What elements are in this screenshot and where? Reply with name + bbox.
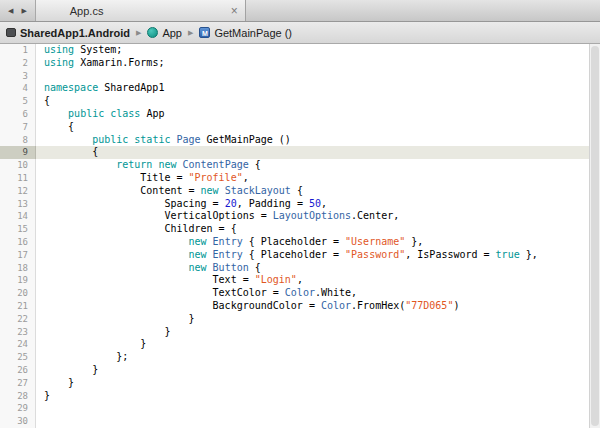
tab-close-icon[interactable]: × bbox=[231, 5, 238, 17]
code-line[interactable]: 26 } bbox=[0, 364, 589, 377]
line-number[interactable]: 26 bbox=[0, 364, 36, 377]
code-line-text: } bbox=[36, 313, 195, 326]
project-icon bbox=[6, 28, 16, 37]
code-line[interactable]: 24 } bbox=[0, 338, 589, 351]
code-line-text bbox=[36, 415, 44, 428]
nav-back-button[interactable]: ◀ bbox=[8, 7, 13, 14]
line-number[interactable]: 28 bbox=[0, 390, 36, 403]
code-line[interactable]: 4namespace SharedApp1 bbox=[0, 82, 589, 95]
code-line[interactable]: 9 { bbox=[0, 146, 589, 159]
line-number[interactable]: 12 bbox=[0, 185, 36, 198]
code-line-text: TextColor = Color.White, bbox=[36, 287, 357, 300]
code-line-text: Content = new StackLayout { bbox=[36, 185, 303, 198]
line-number[interactable]: 6 bbox=[0, 108, 36, 121]
code-line-text: } bbox=[36, 338, 146, 351]
line-number[interactable]: 25 bbox=[0, 351, 36, 364]
code-line[interactable]: 15 Children = { bbox=[0, 223, 589, 236]
code-line-text: Text = "Login", bbox=[36, 274, 303, 287]
tab-bar: ◀ ▶ App.cs × bbox=[0, 0, 600, 22]
code-line[interactable]: 29 bbox=[0, 402, 589, 415]
code-line[interactable]: 19 Text = "Login", bbox=[0, 274, 589, 287]
code-line[interactable]: 11 Title = "Profile", bbox=[0, 172, 589, 185]
line-number[interactable]: 24 bbox=[0, 338, 36, 351]
code-line-text: { bbox=[36, 146, 98, 159]
tab-label: App.cs bbox=[70, 5, 104, 17]
line-number[interactable]: 22 bbox=[0, 313, 36, 326]
line-number[interactable]: 5 bbox=[0, 95, 36, 108]
line-number[interactable]: 30 bbox=[0, 415, 36, 428]
code-line[interactable]: 16 new Entry { Placeholder = "Username" … bbox=[0, 236, 589, 249]
line-number[interactable]: 17 bbox=[0, 249, 36, 262]
line-number[interactable]: 15 bbox=[0, 223, 36, 236]
line-number[interactable]: 19 bbox=[0, 274, 36, 287]
code-line[interactable]: 1using System; bbox=[0, 44, 589, 57]
breadcrumb-item-method[interactable]: M GetMainPage () bbox=[199, 27, 292, 39]
line-number[interactable]: 4 bbox=[0, 82, 36, 95]
code-line-text: }; bbox=[36, 351, 128, 364]
code-line-text: Spacing = 20, Padding = 50, bbox=[36, 198, 327, 211]
code-line[interactable]: 25 }; bbox=[0, 351, 589, 364]
code-line[interactable]: 5{ bbox=[0, 95, 589, 108]
nav-forward-button[interactable]: ▶ bbox=[21, 7, 26, 14]
code-line[interactable]: 30 bbox=[0, 415, 589, 428]
breadcrumb-method-label: GetMainPage () bbox=[214, 27, 292, 39]
line-number[interactable]: 13 bbox=[0, 198, 36, 211]
line-number[interactable]: 7 bbox=[0, 121, 36, 134]
line-number[interactable]: 9 bbox=[0, 146, 36, 159]
code-line[interactable]: 21 BackgroundColor = Color.FromHex("77D0… bbox=[0, 300, 589, 313]
nav-arrows: ◀ ▶ bbox=[0, 0, 36, 21]
code-line-text: { bbox=[36, 95, 50, 108]
code-line[interactable]: 8 public static Page GetMainPage () bbox=[0, 134, 589, 147]
breadcrumb-class-label: App bbox=[162, 27, 182, 39]
code-line[interactable]: 2using Xamarin.Forms; bbox=[0, 57, 589, 70]
breadcrumb: SharedApp1.Android ▶ App ▶ M GetMainPage… bbox=[0, 22, 600, 44]
line-number[interactable]: 14 bbox=[0, 210, 36, 223]
line-number[interactable]: 27 bbox=[0, 377, 36, 390]
code-line[interactable]: 10 return new ContentPage { bbox=[0, 159, 589, 172]
scrollbar-thumb[interactable] bbox=[591, 46, 599, 426]
code-line[interactable]: 22 } bbox=[0, 313, 589, 326]
code-line[interactable]: 12 Content = new StackLayout { bbox=[0, 185, 589, 198]
code-line-text: namespace SharedApp1 bbox=[36, 82, 164, 95]
breadcrumb-item-class[interactable]: App bbox=[147, 27, 182, 39]
line-number[interactable]: 29 bbox=[0, 402, 36, 415]
line-number[interactable]: 16 bbox=[0, 236, 36, 249]
vertical-scrollbar[interactable] bbox=[589, 44, 600, 428]
line-number[interactable]: 3 bbox=[0, 70, 36, 83]
code-line[interactable]: 18 new Button { bbox=[0, 262, 589, 275]
code-line[interactable]: 13 Spacing = 20, Padding = 50, bbox=[0, 198, 589, 211]
line-number[interactable]: 18 bbox=[0, 262, 36, 275]
code-line-text: } bbox=[36, 364, 98, 377]
breadcrumb-item-project[interactable]: SharedApp1.Android bbox=[6, 27, 130, 39]
code-line-text bbox=[36, 70, 44, 83]
code-line[interactable]: 23 } bbox=[0, 326, 589, 339]
line-number[interactable]: 20 bbox=[0, 287, 36, 300]
code-line-text: VerticalOptions = LayoutOptions.Center, bbox=[36, 210, 399, 223]
code-line[interactable]: 17 new Entry { Placeholder = "Password",… bbox=[0, 249, 589, 262]
line-number[interactable]: 11 bbox=[0, 172, 36, 185]
code-line[interactable]: 6 public class App bbox=[0, 108, 589, 121]
code-editor[interactable]: 1using System;2using Xamarin.Forms;34nam… bbox=[0, 44, 600, 428]
code-line[interactable]: 3 bbox=[0, 70, 589, 83]
method-icon: M bbox=[199, 27, 210, 38]
code-line-text: { bbox=[36, 121, 74, 134]
code-line[interactable]: 28} bbox=[0, 390, 589, 403]
line-number[interactable]: 10 bbox=[0, 159, 36, 172]
code-line-text: BackgroundColor = Color.FromHex("77D065"… bbox=[36, 300, 459, 313]
line-number[interactable]: 21 bbox=[0, 300, 36, 313]
line-number[interactable]: 23 bbox=[0, 326, 36, 339]
code-line[interactable]: 7 { bbox=[0, 121, 589, 134]
line-number[interactable]: 1 bbox=[0, 44, 36, 57]
line-number[interactable]: 2 bbox=[0, 57, 36, 70]
code-line-text: } bbox=[36, 390, 50, 403]
code-line-text: Title = "Profile", bbox=[36, 172, 249, 185]
code-line[interactable]: 14 VerticalOptions = LayoutOptions.Cente… bbox=[0, 210, 589, 223]
line-number[interactable]: 8 bbox=[0, 134, 36, 147]
tab-app-cs[interactable]: App.cs × bbox=[36, 0, 246, 21]
code-area[interactable]: 1using System;2using Xamarin.Forms;34nam… bbox=[0, 44, 589, 428]
code-line-text bbox=[36, 402, 44, 415]
code-line[interactable]: 27 } bbox=[0, 377, 589, 390]
code-line[interactable]: 20 TextColor = Color.White, bbox=[0, 287, 589, 300]
code-line-text: new Entry { Placeholder = "Username" }, bbox=[36, 236, 423, 249]
chevron-right-icon: ▶ bbox=[136, 29, 141, 37]
